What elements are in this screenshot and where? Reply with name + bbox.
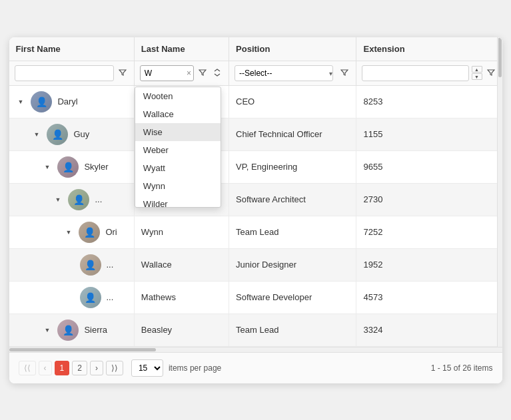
table-body: ▼ 👤 Daryl CEO 8253 [9, 85, 502, 346]
dropdown-item-wallace[interactable]: Wallace [135, 105, 221, 123]
table-row: ▼ 👤 Ori Wynn Team Lead 7252 [9, 216, 502, 248]
expand-btn-guy[interactable]: ▼ [32, 130, 42, 139]
page-2-btn[interactable]: 2 [72, 361, 87, 375]
expand-btn-nested1[interactable]: ▼ [53, 195, 63, 204]
col-position: Position [229, 37, 356, 61]
last-name-clear-btn[interactable]: × [187, 69, 191, 77]
first-name-cell: ▼ 👤 ... [9, 183, 135, 216]
filter-cell-position: --Select-- CEO Chief Technical Officer V… [229, 61, 356, 85]
expand-btn-skyler[interactable]: ▼ [43, 162, 53, 172]
extension-cell: 2730 [356, 183, 502, 216]
extension-filter-btn[interactable] [485, 67, 497, 79]
header-row: First Name Last Name Position Extension [9, 37, 502, 61]
last-page-btn[interactable]: ⟩⟩ [106, 361, 123, 375]
dropdown-item-weber[interactable]: Weber [135, 141, 221, 159]
h-scroll-thumb[interactable] [9, 348, 156, 351]
pagination-bar: ⟨⟨ ‹ 1 2 › ⟩⟩ 10 15 20 25 50 items per p… [9, 352, 502, 383]
extension-cell: 1155 [356, 118, 502, 150]
dropdown-list: Wooten Wallace Wise Weber Wyatt Wynn Wil… [135, 87, 221, 207]
position-cell: CEO [229, 85, 356, 118]
position-cell: Team Lead [229, 314, 356, 346]
extension-cell: 7252 [356, 216, 502, 248]
first-name-filter-btn[interactable] [117, 67, 129, 79]
table-row: ▼ 👤 Sierra Beasley Team Lead 3324 [9, 314, 502, 346]
last-name-cell: Wallace [134, 248, 229, 281]
table-scroll-container: First Name Last Name Position Extension [9, 37, 502, 347]
position-cell: Team Lead [229, 216, 356, 248]
extension-cell: 8253 [356, 85, 502, 118]
dropdown-item-wilder[interactable]: Wilder [135, 195, 221, 207]
last-name-cell: Beasley [134, 314, 229, 346]
expand-btn-sierra[interactable]: ▼ [43, 325, 53, 335]
dropdown-item-wise[interactable]: Wise [135, 123, 221, 141]
first-name-filter-input[interactable] [15, 65, 114, 81]
first-name-cell: ▼ 👤 Guy [9, 118, 135, 150]
first-name-mathews: ... [107, 292, 114, 302]
first-name-cell: ▼ 👤 Daryl [9, 85, 135, 118]
filter-cell-extension: ▲ ▼ [356, 61, 502, 85]
avatar-daryl: 👤 [31, 91, 52, 112]
main-card: First Name Last Name Position Extension [9, 37, 502, 383]
position-filter-btn[interactable] [338, 67, 350, 79]
table-row: ▼ 👤 Guy Chief Technical Officer 1155 [9, 118, 502, 150]
table-row: ▼ 👤 Daryl CEO 8253 [9, 85, 502, 118]
avatar-nested1: 👤 [68, 189, 89, 210]
avatar-skyler: 👤 [57, 156, 79, 178]
sort-icon [213, 69, 221, 77]
position-cell: Chief Technical Officer [229, 118, 356, 150]
first-page-btn[interactable]: ⟨⟨ [19, 361, 36, 375]
dropdown-item-wyatt[interactable]: Wyatt [135, 159, 221, 177]
last-name-sort-btn[interactable] [211, 67, 223, 79]
expand-btn-daryl[interactable]: ▼ [16, 97, 26, 106]
position-cell: Software Developer [229, 281, 356, 314]
position-filter-select[interactable]: --Select-- CEO Chief Technical Officer V… [235, 65, 333, 81]
dropdown-item-wooten[interactable]: Wooten [135, 87, 221, 105]
table-row: ▼ 👤 ... Software Architect 2730 [9, 183, 502, 216]
first-name-sierra: Sierra [84, 325, 107, 335]
table-row: ▼ 👤 Skyler VP, Engineering 9655 [9, 150, 502, 183]
per-page-select[interactable]: 10 15 20 25 50 [131, 359, 163, 377]
first-name-nested1: ... [95, 194, 102, 204]
position-cell: VP, Engineering [229, 150, 356, 183]
scroll-thumb[interactable] [498, 37, 502, 77]
first-name-skyler: Skyler [84, 162, 108, 172]
filter-cell-first-name [9, 61, 135, 85]
dropdown-item-wynn[interactable]: Wynn [135, 177, 221, 195]
horizontal-scrollbar[interactable] [9, 347, 502, 352]
extension-cell: 1952 [356, 248, 502, 281]
first-name-wallace: ... [107, 260, 114, 270]
extension-filter-input[interactable] [362, 65, 468, 81]
position-cell: Junior Designer [229, 248, 356, 281]
table-row: 👤 ... Mathews Software Developer 4573 [9, 281, 502, 314]
filter-icon-2 [199, 69, 207, 77]
col-first-name: First Name [9, 37, 135, 61]
first-name-guy: Guy [73, 129, 89, 139]
col-extension: Extension [356, 37, 502, 61]
extension-cell: 9655 [356, 150, 502, 183]
filter-icon [119, 69, 127, 77]
filter-icon-4 [487, 69, 495, 77]
extension-spinner: ▲ ▼ [472, 66, 482, 80]
last-name-dropdown: Wooten Wallace Wise Weber Wyatt Wynn Wil… [135, 87, 221, 208]
next-page-btn[interactable]: › [90, 361, 103, 375]
page-1-btn[interactable]: 1 [55, 361, 70, 375]
extension-spin-up[interactable]: ▲ [472, 66, 482, 73]
first-name-cell: 👤 ... [9, 281, 135, 314]
table-row: 👤 ... Wallace Junior Designer 1952 [9, 248, 502, 281]
first-name-daryl: Daryl [57, 97, 77, 106]
expand-btn-ori[interactable]: ▼ [64, 228, 74, 237]
last-name-cell: Mathews [134, 281, 229, 314]
prev-page-btn[interactable]: ‹ [39, 361, 52, 375]
vertical-scrollbar[interactable] [497, 37, 502, 347]
filter-icon-3 [340, 69, 348, 77]
first-name-cell: ▼ 👤 Skyler [9, 150, 135, 183]
last-name-input-wrapper: × [140, 65, 194, 81]
last-name-wynn: Wynn [134, 216, 229, 248]
filter-row: × [9, 61, 502, 85]
extension-spin-down[interactable]: ▼ [472, 73, 482, 80]
last-name-filter-btn[interactable] [197, 67, 209, 79]
avatar-mathews: 👤 [80, 287, 101, 308]
filter-cell-last-name: × [134, 61, 229, 85]
last-name-filter-input[interactable] [140, 65, 194, 81]
extension-cell: 4573 [356, 281, 502, 314]
